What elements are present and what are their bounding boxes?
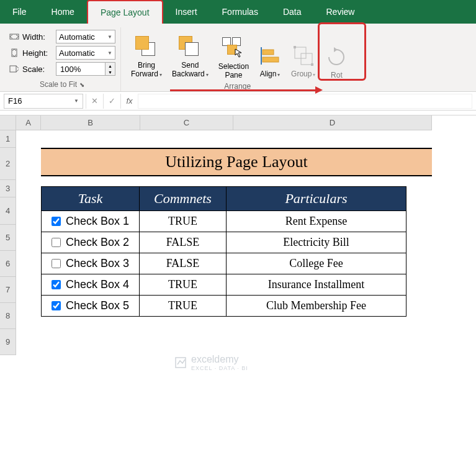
task-label: Check Box 4 xyxy=(66,278,129,291)
col-header-d[interactable]: D xyxy=(233,115,432,130)
group-label-scale: Scale to Fit xyxy=(40,80,77,89)
tab-review[interactable]: Review xyxy=(314,0,367,24)
row-header-1[interactable]: 1 xyxy=(0,130,16,148)
height-label: Height: xyxy=(22,48,53,58)
table-row: Check Box 4 TRUE Insurance Installment xyxy=(42,274,406,296)
enter-formula-button[interactable]: ✓ xyxy=(103,94,120,109)
scale-spinner[interactable]: 100% ▲ ▼ xyxy=(56,62,115,76)
row-header-9[interactable]: 9 xyxy=(0,329,16,355)
table-row: Check Box 3 FALSE College Fee xyxy=(42,253,406,274)
task-label: Check Box 3 xyxy=(66,257,129,270)
formula-bar: F16 ▼ ✕ ✓ fx xyxy=(0,92,476,111)
col-header-b[interactable]: B xyxy=(41,115,140,130)
insert-function-button[interactable]: fx xyxy=(120,94,138,109)
group-button[interactable]: Group▾ xyxy=(286,27,320,81)
comment-cell: FALSE xyxy=(140,232,227,253)
send-backward-label: Send Backward xyxy=(172,61,205,78)
task-label: Check Box 2 xyxy=(66,236,129,249)
chevron-down-icon: ▾ xyxy=(206,72,209,78)
chevron-down-icon: ▾ xyxy=(313,72,315,78)
height-value: Automatic xyxy=(59,48,95,58)
rotate-icon xyxy=(325,46,348,68)
particular-cell: Electricity Bill xyxy=(227,232,406,253)
height-select[interactable]: Automatic ▼ xyxy=(56,46,115,60)
row-header-7[interactable]: 7 xyxy=(0,277,16,303)
callout-arrow xyxy=(170,89,317,91)
scale-label: Scale: xyxy=(22,65,53,74)
comment-cell: TRUE xyxy=(140,296,227,317)
svg-rect-6 xyxy=(295,47,306,58)
send-backward-button[interactable]: Send Backward▾ xyxy=(167,27,213,81)
watermark-brand: exceldemy xyxy=(191,354,248,355)
checkbox-1[interactable]: Check Box 1 xyxy=(48,215,133,228)
rotate-button[interactable]: Rot xyxy=(320,27,349,81)
selection-pane-button[interactable]: Selection Pane xyxy=(213,27,254,81)
worksheet-grid: 1 2 3 4 5 6 7 8 9 A B C D Utilizing Page… xyxy=(0,115,476,355)
select-all-corner[interactable] xyxy=(0,115,16,130)
formula-input[interactable] xyxy=(138,94,472,109)
tab-file[interactable]: File xyxy=(0,0,39,24)
row-header-5[interactable]: 5 xyxy=(0,225,16,251)
send-backward-icon xyxy=(179,36,201,58)
row-header-8[interactable]: 8 xyxy=(0,303,16,329)
col-header-a[interactable]: A xyxy=(16,115,41,130)
chevron-down-icon: ▼ xyxy=(74,98,79,104)
table-row: Check Box 5 TRUE Club Membership Fee xyxy=(42,296,406,317)
chevron-down-icon: ▼ xyxy=(107,34,112,40)
name-box-value: F16 xyxy=(8,96,22,106)
checkbox-4[interactable]: Check Box 4 xyxy=(48,278,133,291)
svg-rect-1 xyxy=(12,49,17,56)
row-header-3[interactable]: 3 xyxy=(0,180,16,197)
tab-data[interactable]: Data xyxy=(271,0,314,24)
particular-cell: College Fee xyxy=(227,253,406,274)
group-label-arrange: Arrange xyxy=(224,81,251,93)
svg-rect-9 xyxy=(311,63,313,66)
worksheet-title: Utilizing Page Layout xyxy=(41,148,432,176)
svg-rect-7 xyxy=(301,53,312,65)
width-select[interactable]: Automatic ▼ xyxy=(56,30,115,43)
name-box[interactable]: F16 ▼ xyxy=(4,94,83,109)
checkbox-2[interactable]: Check Box 2 xyxy=(48,236,133,249)
dialog-launcher-icon[interactable]: ⬊ xyxy=(79,81,84,88)
th-task: Task xyxy=(42,187,140,211)
group-arrange: Bring Forward▾ Send Backward▾ Selection … xyxy=(121,27,354,91)
cancel-formula-button[interactable]: ✕ xyxy=(86,94,103,109)
svg-rect-8 xyxy=(294,46,296,48)
checkbox-5[interactable]: Check Box 5 xyxy=(48,299,133,312)
th-particulars: Particulars xyxy=(227,187,406,211)
rotate-label: Rot xyxy=(331,71,343,79)
tab-formulas[interactable]: Formulas xyxy=(210,0,271,24)
col-header-c[interactable]: C xyxy=(140,115,233,130)
spin-down[interactable]: ▼ xyxy=(106,69,115,75)
svg-rect-0 xyxy=(10,34,19,39)
task-label: Check Box 1 xyxy=(66,215,129,228)
row-header-6[interactable]: 6 xyxy=(0,251,16,277)
row-header-2[interactable]: 2 xyxy=(0,148,16,180)
particular-cell: Insurance Installment xyxy=(227,274,406,296)
comment-cell: TRUE xyxy=(140,211,227,232)
width-icon xyxy=(9,32,20,41)
scale-value: 100% xyxy=(56,65,105,74)
align-button[interactable]: Align▾ xyxy=(254,27,286,81)
bring-forward-button[interactable]: Bring Forward▾ xyxy=(126,27,167,81)
table-row: Check Box 2 FALSE Electricity Bill xyxy=(42,232,406,253)
table-row: Check Box 1 TRUE Rent Expense xyxy=(42,211,406,232)
align-icon xyxy=(259,45,281,67)
width-value: Automatic xyxy=(59,32,95,42)
ribbon-tabs: File Home Page Layout Insert Formulas Da… xyxy=(0,0,476,24)
watermark: exceldemy EXCEL · DATA · BI xyxy=(174,354,248,355)
bring-forward-icon xyxy=(135,36,158,58)
tab-home[interactable]: Home xyxy=(39,0,87,24)
ribbon: Width: Automatic ▼ Height: Automatic ▼ xyxy=(0,24,476,92)
checkbox-3[interactable]: Check Box 3 xyxy=(48,257,133,270)
tab-page-layout[interactable]: Page Layout xyxy=(87,0,163,24)
th-comments: Commnets xyxy=(140,187,227,211)
scale-icon xyxy=(9,65,20,73)
svg-rect-2 xyxy=(10,66,16,72)
group-scale-to-fit: Width: Automatic ▼ Height: Automatic ▼ xyxy=(4,27,121,91)
callout-arrow-head xyxy=(315,86,323,94)
spin-up[interactable]: ▲ xyxy=(106,63,115,69)
data-table: Task Commnets Particulars Check Box 1 TR… xyxy=(41,186,406,317)
row-header-4[interactable]: 4 xyxy=(0,197,16,225)
tab-insert[interactable]: Insert xyxy=(163,0,210,24)
